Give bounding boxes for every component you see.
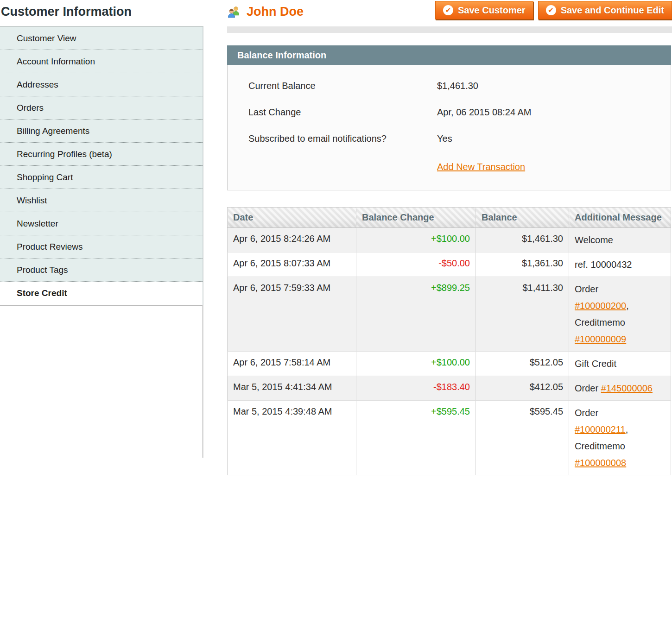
current-balance-row: Current Balance $1,461.30 <box>248 81 661 107</box>
message-text: Order <box>575 383 601 393</box>
additional-message: Order#100000200,Creditmemo#100000009 <box>569 277 671 352</box>
balance-change: -$50.00 <box>356 252 476 277</box>
sidebar-item-wishlist[interactable]: Wishlist <box>0 189 203 212</box>
order-link[interactable]: #100000211 <box>575 424 626 435</box>
sidebar-tab-list: Customer ViewAccount InformationAddresse… <box>0 26 203 305</box>
message-line: Creditmemo <box>575 314 665 331</box>
message-text: Order <box>575 408 598 418</box>
table-row: Apr 6, 2015 7:58:14 AM+$100.00$512.05Gif… <box>228 352 671 376</box>
balance-change: +$899.25 <box>356 277 476 352</box>
balance-value: $1,361.30 <box>476 252 569 277</box>
balance-change: +$595.45 <box>356 401 476 475</box>
transaction-date: Mar 5, 2015 4:39:48 AM <box>228 401 356 475</box>
sidebar-item-newsletter[interactable]: Newsletter <box>0 212 203 235</box>
header-buttons: ✔ Save Customer ✔ Save and Continue Edit <box>435 1 672 19</box>
transactions-body: Apr 6, 2015 8:24:26 AM+$100.00$1,461.30W… <box>228 228 671 475</box>
content-header: John Doe ✔ Save Customer ✔ Save and Cont… <box>227 0 672 26</box>
balance-panel-body: Current Balance $1,461.30 Last Change Ap… <box>227 65 671 190</box>
column-header-balance: Balance <box>476 208 569 228</box>
message-text: ref. 10000432 <box>575 259 632 270</box>
sidebar-spacer <box>0 305 203 458</box>
additional-message: Order#100000211,Creditmemo#100000008 <box>569 401 671 475</box>
header-divider <box>227 26 672 33</box>
additional-message: Gift Credit <box>569 352 671 376</box>
current-balance-value: $1,461.30 <box>437 81 478 91</box>
message-text: Creditmemo <box>575 441 625 451</box>
table-row: Apr 6, 2015 8:24:26 AM+$100.00$1,461.30W… <box>228 228 671 252</box>
additional-message: ref. 10000432 <box>569 252 671 277</box>
table-row: Mar 5, 2015 4:41:34 AM-$183.40$412.05Ord… <box>228 376 671 401</box>
additional-message: Welcome <box>569 228 671 252</box>
save-customer-button[interactable]: ✔ Save Customer <box>435 1 533 19</box>
subscribed-value: Yes <box>437 133 452 144</box>
balance-change: -$183.40 <box>356 376 476 401</box>
message-line: Order #145000006 <box>575 380 665 397</box>
transaction-date: Apr 6, 2015 8:24:26 AM <box>228 228 356 252</box>
sidebar: Customer Information Customer ViewAccoun… <box>0 0 203 458</box>
transactions-table: DateBalance ChangeBalanceAdditional Mess… <box>227 207 671 475</box>
message-line: #100000200, <box>575 297 665 314</box>
column-header-additional-message: Additional Message <box>569 208 671 228</box>
subscribed-label: Subscribed to email notifications? <box>248 133 437 144</box>
save-and-continue-button[interactable]: ✔ Save and Continue Edit <box>538 1 672 19</box>
message-text: Order <box>575 284 598 294</box>
message-line: #100000008 <box>575 454 665 471</box>
current-balance-label: Current Balance <box>248 81 437 91</box>
message-text: Gift Credit <box>575 359 616 369</box>
additional-message: Order #145000006 <box>569 376 671 401</box>
message-line: #100000009 <box>575 331 665 347</box>
balance-value: $1,461.30 <box>476 228 569 252</box>
main-content: John Doe ✔ Save Customer ✔ Save and Cont… <box>227 0 672 475</box>
column-header-balance-change: Balance Change <box>356 208 476 228</box>
add-new-transaction-link[interactable]: Add New Transaction <box>437 162 525 172</box>
customer-title: John Doe <box>227 5 304 19</box>
order-link[interactable]: #100000200 <box>575 301 626 311</box>
order-link[interactable]: #100000009 <box>575 334 626 344</box>
balance-information-panel: Balance Information Current Balance $1,4… <box>227 45 671 190</box>
sidebar-item-product-reviews[interactable]: Product Reviews <box>0 235 203 258</box>
save-and-continue-label: Save and Continue Edit <box>561 5 664 16</box>
sidebar-item-addresses[interactable]: Addresses <box>0 73 203 96</box>
balance-change: +$100.00 <box>356 352 476 376</box>
sidebar-item-shopping-cart[interactable]: Shopping Cart <box>0 166 203 189</box>
table-row: Mar 5, 2015 4:39:48 AM+$595.45$595.45Ord… <box>228 401 671 475</box>
subscribed-row: Subscribed to email notifications? Yes <box>248 133 661 160</box>
balance-value: $512.05 <box>476 352 569 376</box>
transaction-date: Apr 6, 2015 7:59:33 AM <box>228 277 356 352</box>
balance-value: $595.45 <box>476 401 569 475</box>
add-transaction-row: Add New Transaction <box>437 160 661 172</box>
message-line: Creditmemo <box>575 438 665 454</box>
sidebar-item-product-tags[interactable]: Product Tags <box>0 258 203 282</box>
transaction-date: Apr 6, 2015 8:07:33 AM <box>228 252 356 277</box>
order-link[interactable]: #100000008 <box>575 458 626 468</box>
transaction-date: Mar 5, 2015 4:41:34 AM <box>228 376 356 401</box>
column-header-date: Date <box>228 208 356 228</box>
message-line: #100000211, <box>575 421 665 438</box>
message-text: , <box>626 424 628 435</box>
last-change-label: Last Change <box>248 107 437 118</box>
save-customer-label: Save Customer <box>458 5 526 16</box>
sidebar-item-account-information[interactable]: Account Information <box>0 50 203 73</box>
sidebar-item-billing-agreements[interactable]: Billing Agreements <box>0 120 203 143</box>
last-change-row: Last Change Apr, 06 2015 08:24 AM <box>248 107 661 133</box>
sidebar-item-customer-view[interactable]: Customer View <box>0 27 203 50</box>
message-line: ref. 10000432 <box>575 256 665 273</box>
sidebar-item-orders[interactable]: Orders <box>0 96 203 120</box>
page-title: Customer Information <box>0 0 203 26</box>
check-circle-icon: ✔ <box>546 5 556 15</box>
message-line: Welcome <box>575 232 665 248</box>
balance-value: $1,411.30 <box>476 277 569 352</box>
transaction-date: Apr 6, 2015 7:58:14 AM <box>228 352 356 376</box>
last-change-value: Apr, 06 2015 08:24 AM <box>437 107 532 118</box>
message-line: Gift Credit <box>575 355 665 372</box>
balance-value: $412.05 <box>476 376 569 401</box>
customers-group-icon <box>227 5 241 19</box>
transactions-header: DateBalance ChangeBalanceAdditional Mess… <box>228 208 671 228</box>
message-line: Order <box>575 404 665 421</box>
order-link[interactable]: #145000006 <box>601 383 653 393</box>
sidebar-item-store-credit[interactable]: Store Credit <box>0 282 203 305</box>
check-circle-icon: ✔ <box>443 5 453 15</box>
header-row: DateBalance ChangeBalanceAdditional Mess… <box>228 208 671 228</box>
balance-change: +$100.00 <box>356 228 476 252</box>
sidebar-item-recurring-profiles-beta[interactable]: Recurring Profiles (beta) <box>0 143 203 166</box>
